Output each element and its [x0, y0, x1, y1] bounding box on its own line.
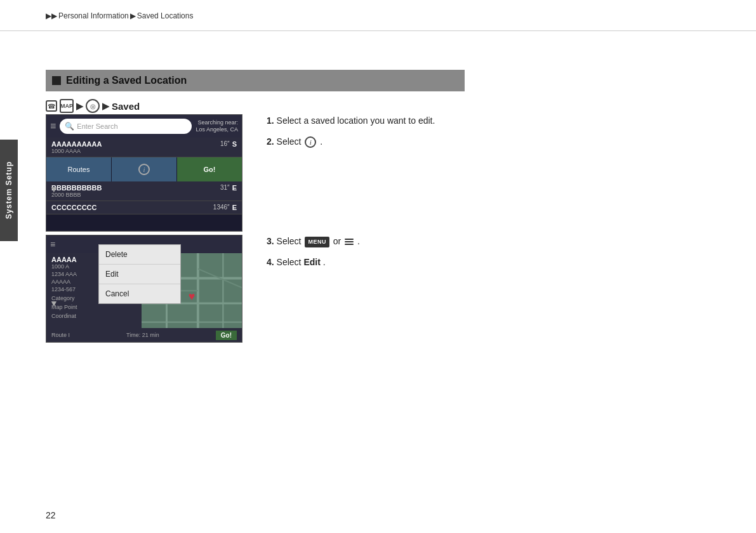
- circle-icon: ◎: [86, 99, 100, 113]
- instruction-step3: 3. Select MENU or .: [267, 235, 711, 248]
- step2-text: Select: [277, 136, 304, 147]
- ss1-row3[interactable]: E 1346″ CCCCCCCCC: [46, 201, 242, 214]
- dropdown-edit[interactable]: Edit: [99, 265, 180, 284]
- nav-saved-label: Saved: [112, 101, 140, 112]
- ss2-go-button[interactable]: Go!: [216, 331, 237, 340]
- ss1-search-icon: 🔍: [65, 122, 74, 131]
- ss1-row2[interactable]: E 31″ BBBBBBBBBB 2000 BBBB: [46, 181, 242, 201]
- step1-text: Select a saved location you want to edit…: [277, 115, 435, 126]
- ss1-down-arrow: ▼: [50, 184, 58, 194]
- ss1-go-button[interactable]: Go!: [177, 157, 242, 181]
- step3-text-pre: Select: [277, 236, 304, 246]
- screenshot1: ≡ 🔍 Enter Search Searching near:Los Ange…: [46, 114, 242, 232]
- step4-period: .: [323, 257, 326, 267]
- ss1-location-label: Searching near:Los Angeles, CA: [196, 119, 238, 133]
- nav-arrow2: ▶: [102, 101, 109, 111]
- phone-icon: ☎: [46, 100, 57, 112]
- ss1-search-box[interactable]: 🔍 Enter Search: [60, 119, 192, 134]
- dropdown-cancel[interactable]: Cancel: [99, 284, 180, 303]
- step2-period: .: [320, 136, 322, 147]
- ss1-actions: Routes i Go!: [46, 157, 242, 181]
- ss1-row1[interactable]: S 16″ AAAAAAAAAA 1000 AAAA: [46, 138, 242, 157]
- sidebar-label: System Setup: [4, 161, 13, 219]
- ss1-info-button[interactable]: i: [112, 157, 176, 181]
- instructions1: 1. Select a saved location you want to e…: [267, 114, 711, 156]
- map-icon: MAP: [60, 99, 74, 113]
- breadcrumb-arrow2: ▶: [130, 11, 136, 20]
- dropdown-delete[interactable]: Delete: [99, 245, 180, 265]
- instruction-step4: 4. Select Edit .: [267, 256, 711, 269]
- instruction-step2: 2. Select i .: [267, 135, 711, 148]
- step2-info-icon: i: [305, 136, 316, 148]
- section-header: Editing a Saved Location: [46, 70, 465, 91]
- nav-line: ☎ MAP ▶ ◎ ▶ Saved: [46, 99, 140, 113]
- section-header-square: [52, 76, 61, 85]
- ss1-info-icon: i: [138, 164, 150, 175]
- step4-text-pre: Select: [277, 257, 304, 267]
- section-title: Editing a Saved Location: [66, 75, 187, 86]
- breadcrumb: ▶▶ Personal Information ▶ Saved Location…: [46, 11, 193, 20]
- ss1-header: ≡ 🔍 Enter Search Searching near:Los Ange…: [46, 115, 242, 138]
- instructions2: 3. Select MENU or . 4. Select Edit .: [267, 235, 711, 277]
- step3-or: or: [333, 236, 343, 246]
- menu-badge: MENU: [305, 237, 329, 248]
- ss1-menu-icon: ≡: [50, 121, 56, 132]
- ss2-route-info: Route I Time: 21 min Go!: [46, 328, 242, 342]
- ss1-routes-button[interactable]: Routes: [46, 157, 111, 181]
- breadcrumb-arrows: ▶▶: [46, 11, 57, 20]
- ss2-dropdown: Delete Edit Cancel: [98, 244, 181, 304]
- step4-bold: Edit: [303, 257, 320, 267]
- step3-period: .: [357, 236, 360, 246]
- page-number: 22: [46, 510, 56, 520]
- top-divider: [0, 30, 756, 31]
- sidebar-tab: System Setup: [0, 140, 18, 241]
- ss2-menu-icon: ≡: [50, 239, 55, 249]
- ss2-down-arrow: ▼: [50, 298, 58, 308]
- breadcrumb-item2: Saved Locations: [137, 11, 194, 20]
- breadcrumb-item1: Personal Information: [58, 11, 129, 20]
- ss1-search-placeholder: Enter Search: [77, 122, 117, 130]
- list-icon: [345, 239, 354, 245]
- svg-text:♥: ♥: [189, 290, 196, 303]
- instruction-step1: 1. Select a saved location you want to e…: [267, 114, 711, 128]
- nav-arrow1: ▶: [76, 101, 83, 111]
